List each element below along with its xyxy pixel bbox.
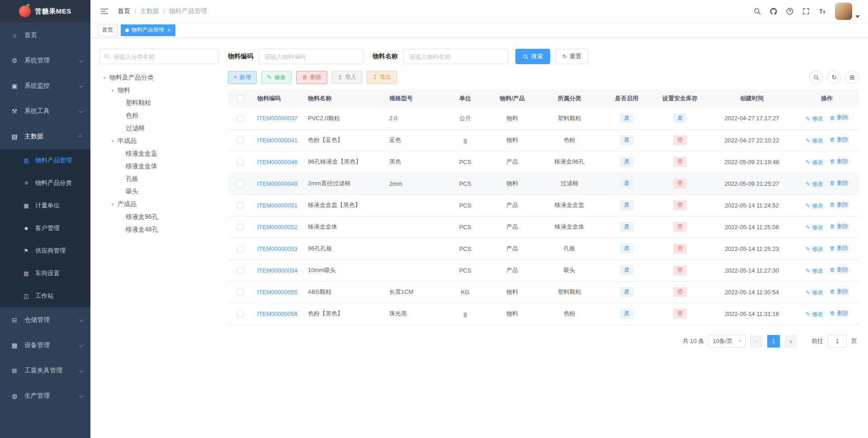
row-delete-button[interactable]: 删除 — [830, 114, 848, 122]
row-edit-button[interactable]: ✎修改 — [806, 137, 823, 145]
tree-node[interactable]: 吸头 — [99, 185, 219, 198]
tree-node[interactable]: ▾产成品 — [99, 198, 219, 211]
row-delete-button[interactable]: 删除 — [830, 266, 848, 274]
row-edit-button[interactable]: ✎修改 — [806, 267, 823, 275]
next-page-button[interactable]: › — [784, 335, 797, 348]
row-checkbox[interactable] — [237, 289, 244, 296]
tree-node[interactable]: ▾物料 — [99, 84, 219, 97]
row-delete-button[interactable]: 删除 — [830, 288, 848, 296]
row-delete-button[interactable]: 删除 — [830, 245, 848, 252]
sidebar-item-workshop-settings[interactable]: ▧车间设置 — [0, 262, 90, 285]
reset-button[interactable]: ↻ 重置 — [556, 49, 588, 64]
sidebar-item-tooling-fixture-management[interactable]: ⊠工装夹具管理 — [0, 358, 90, 383]
material-code-link[interactable]: ITEM00000037 — [257, 115, 297, 122]
row-delete-button[interactable]: 删除 — [830, 201, 848, 209]
tab-home[interactable]: 首页 — [98, 24, 118, 36]
tree-node[interactable]: 移液盒盒体 — [99, 160, 219, 173]
material-code-input[interactable] — [259, 49, 363, 64]
page-size-select[interactable]: 10条/页 ▾ — [708, 335, 745, 348]
row-checkbox[interactable] — [237, 224, 244, 231]
row-edit-button[interactable]: ✎修改 — [806, 311, 823, 318]
row-edit-button[interactable]: ✎修改 — [806, 289, 823, 297]
toggle-search-button[interactable] — [809, 71, 823, 84]
row-edit-button[interactable]: ✎修改 — [806, 202, 823, 210]
row-delete-button[interactable]: 删除 — [830, 158, 848, 165]
fullscreen-icon[interactable] — [799, 4, 813, 19]
breadcrumb-master-data[interactable]: 主数据 — [140, 7, 159, 15]
sidebar-item-master-data[interactable]: ▤主数据 — [0, 124, 90, 149]
page-number-button[interactable]: 1 — [767, 335, 780, 348]
row-edit-button[interactable]: ✎修改 — [806, 180, 823, 188]
tab-material-product-management[interactable]: 物料产品管理 × — [121, 24, 175, 36]
row-checkbox[interactable] — [237, 245, 244, 252]
app-logo[interactable]: 苦糖果MES — [0, 0, 90, 23]
row-checkbox[interactable] — [237, 115, 244, 122]
row-edit-button[interactable]: ✎修改 — [806, 115, 823, 122]
tree-node[interactable]: 色粉 — [99, 109, 219, 122]
hamburger-icon[interactable] — [97, 4, 112, 19]
sidebar-item-customer-management[interactable]: ☻客户管理 — [0, 217, 90, 240]
sidebar-item-equipment-management[interactable]: ▩设备管理 — [0, 333, 90, 358]
prev-page-button[interactable]: ‹ — [750, 335, 763, 348]
select-all-checkbox[interactable] — [237, 95, 244, 102]
row-edit-button[interactable]: ✎修改 — [806, 224, 823, 231]
sidebar-item-measure-unit[interactable]: ▦计量单位 — [0, 194, 90, 217]
material-code-link[interactable]: ITEM00000055 — [257, 289, 297, 296]
material-code-link[interactable]: ITEM00000053 — [257, 245, 297, 252]
sidebar-item-system-management[interactable]: ⚙系统管理 — [0, 48, 90, 73]
sidebar-item-material-product-management[interactable]: ▥物料产品管理 — [0, 149, 90, 172]
refresh-button[interactable]: ↻ — [827, 71, 841, 84]
tree-node[interactable]: ▾物料及产品分类 — [99, 71, 219, 84]
goto-page-input[interactable] — [828, 335, 847, 348]
column-settings-button[interactable]: ⊞ — [845, 71, 859, 84]
row-checkbox[interactable] — [237, 202, 244, 209]
material-code-link[interactable]: ITEM00000049 — [257, 180, 297, 187]
breadcrumb-home[interactable]: 首页 — [118, 7, 130, 15]
delete-button[interactable]: 删除 — [296, 71, 327, 84]
tree-node[interactable]: 移液盒48孔 — [99, 223, 219, 236]
row-checkbox[interactable] — [237, 159, 244, 165]
edit-button[interactable]: ✎ 修改 — [261, 71, 292, 84]
row-delete-button[interactable]: 删除 — [830, 179, 848, 187]
tab-close-icon[interactable]: × — [167, 27, 171, 33]
material-name-input[interactable] — [403, 49, 508, 64]
font-size-icon[interactable] — [815, 4, 830, 19]
add-button[interactable]: + 新增 — [228, 71, 257, 84]
row-delete-button[interactable]: 删除 — [830, 310, 848, 317]
tree-node[interactable]: 塑料颗粒 — [99, 97, 219, 109]
tree-expand-arrow[interactable]: ▾ — [108, 138, 118, 144]
row-checkbox[interactable] — [237, 311, 244, 317]
sidebar-item-material-product-category[interactable]: ≡物料产品分类 — [0, 172, 90, 194]
tree-node[interactable]: 孔板 — [99, 173, 219, 185]
row-checkbox[interactable] — [237, 137, 244, 144]
tree-expand-arrow[interactable]: ▾ — [108, 202, 118, 207]
user-menu[interactable] — [835, 3, 860, 20]
tree-node[interactable]: ▾半成品 — [99, 135, 219, 147]
material-code-link[interactable]: ITEM00000046 — [257, 159, 297, 165]
search-button[interactable]: 搜索 — [515, 49, 550, 64]
row-edit-button[interactable]: ✎修改 — [806, 159, 823, 166]
tree-node[interactable]: 移液盒96孔 — [99, 211, 219, 223]
sidebar-item-production-management[interactable]: ◍生产管理 — [0, 383, 90, 409]
material-code-link[interactable]: ITEM00000052 — [257, 224, 297, 231]
help-icon[interactable] — [783, 4, 797, 19]
material-code-link[interactable]: ITEM00000041 — [257, 137, 297, 144]
row-delete-button[interactable]: 删除 — [830, 136, 848, 144]
tree-expand-arrow[interactable]: ▾ — [99, 75, 109, 81]
material-code-link[interactable]: ITEM00000056 — [257, 311, 297, 317]
row-checkbox[interactable] — [237, 180, 244, 187]
user-avatar[interactable] — [835, 3, 852, 20]
row-edit-button[interactable]: ✎修改 — [806, 245, 823, 253]
sidebar-item-warehouse-management[interactable]: ⊟仓储管理 — [0, 307, 90, 333]
material-code-link[interactable]: ITEM00000054 — [257, 267, 297, 274]
sidebar-item-home[interactable]: ⌂首页 — [0, 23, 90, 48]
tree-node[interactable]: 移液盒盒盖 — [99, 147, 219, 160]
sidebar-item-supplier-management[interactable]: ⚑供应商管理 — [0, 240, 90, 262]
export-button[interactable]: ↧ 导出 — [367, 71, 397, 84]
row-delete-button[interactable]: 删除 — [830, 223, 848, 231]
sidebar-item-system-tools[interactable]: ⚒系统工具 — [0, 99, 90, 124]
row-checkbox[interactable] — [237, 267, 244, 274]
search-icon[interactable] — [750, 4, 764, 19]
tree-node[interactable]: 过滤棉 — [99, 122, 219, 135]
sidebar-item-workstation[interactable]: ◫工作站 — [0, 285, 90, 307]
